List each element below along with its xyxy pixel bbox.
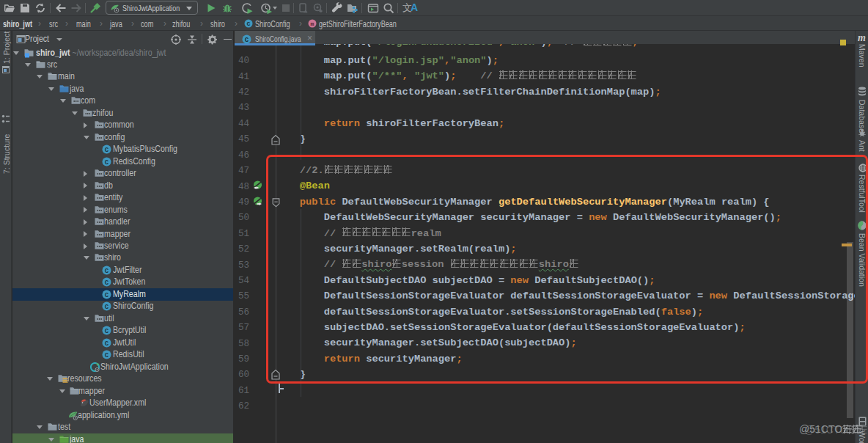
- svg-text:C: C: [245, 37, 249, 44]
- svg-text:C: C: [105, 279, 109, 287]
- svg-text:C: C: [247, 21, 251, 27]
- svg-text:C: C: [105, 340, 109, 347]
- svg-text:C: C: [105, 147, 109, 154]
- svg-text:C: C: [105, 328, 109, 335]
- svg-text:C: C: [105, 352, 109, 359]
- svg-text:m: m: [311, 21, 315, 27]
- svg-text:C: C: [105, 158, 109, 166]
- svg-text:C: C: [105, 268, 109, 275]
- svg-text:C: C: [105, 304, 109, 311]
- svg-text:C: C: [105, 292, 109, 299]
